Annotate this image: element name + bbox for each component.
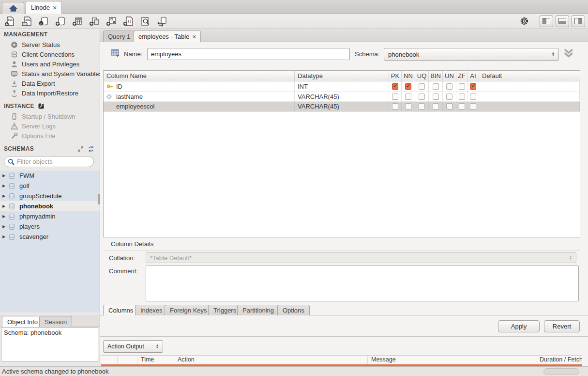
collation-select[interactable]: *Table Default* ▲▼	[146, 252, 576, 263]
schema-item-golf[interactable]: ▶ golf	[0, 181, 100, 191]
schema-select[interactable]: phonebook ▲▼	[384, 48, 559, 61]
sidebar-item-data-import[interactable]: Data Import/Restore	[0, 88, 100, 98]
schema-filter-input[interactable]	[17, 158, 87, 165]
revert-button[interactable]: Revert	[544, 320, 580, 332]
bin-checkbox[interactable]	[433, 94, 439, 100]
header-datatype[interactable]: Datatype	[295, 71, 389, 81]
nn-checkbox[interactable]	[405, 94, 411, 100]
new-schema-icon[interactable]	[54, 15, 67, 28]
data-transfer-icon[interactable]	[156, 15, 168, 28]
panel-splitter[interactable]: ∙∙∙	[100, 336, 588, 339]
sidebar-item-server-logs[interactable]: Server Logs	[0, 121, 100, 131]
refresh-schemas-icon[interactable]	[88, 146, 94, 152]
new-procedure-icon[interactable]	[105, 15, 118, 28]
tab-foreign-keys[interactable]: Foreign Keys	[165, 305, 212, 315]
pk-checkbox[interactable]	[392, 94, 398, 100]
zf-checkbox[interactable]	[459, 94, 465, 100]
uq-checkbox[interactable]	[419, 103, 425, 110]
ao-header-action[interactable]: Action	[174, 356, 368, 364]
ao-header-message[interactable]: Message	[368, 356, 536, 364]
header-un[interactable]: UN	[443, 71, 456, 81]
schema-item-players[interactable]: ▶ players	[0, 221, 100, 232]
expander-icon[interactable]: ▶	[2, 214, 7, 219]
tab-employees-table[interactable]: employees - Table ×	[134, 31, 201, 42]
database-info-icon[interactable]: i	[37, 15, 50, 28]
toggle-bottom-panel-button[interactable]	[556, 16, 569, 27]
schema-item-groupschedule[interactable]: ▶ groupSchedule	[0, 191, 100, 201]
new-sql-tab-icon[interactable]: SQL	[3, 15, 16, 28]
table-row-id[interactable]: ID INT	[104, 81, 580, 92]
apply-button[interactable]: Apply	[498, 320, 540, 332]
open-sql-script-icon[interactable]: SQL	[20, 15, 33, 28]
header-nn[interactable]: NN	[402, 71, 415, 81]
header-pk[interactable]: PK	[389, 71, 402, 81]
expander-icon[interactable]: ▶	[2, 224, 7, 229]
table-row-lastname[interactable]: lastName VARCHAR(45)	[104, 92, 580, 102]
horizontal-scrollbar-thumb[interactable]	[543, 368, 579, 375]
sidebar-item-client-connections[interactable]: Client Connections	[0, 49, 100, 59]
new-view-icon[interactable]	[88, 15, 101, 28]
expander-icon[interactable]: ▶	[2, 194, 7, 198]
tab-options[interactable]: Options	[277, 305, 310, 315]
preferences-gear-icon[interactable]	[518, 15, 530, 28]
schema-item-scavenger[interactable]: ▶ scavenger	[0, 232, 100, 242]
uq-checkbox[interactable]	[419, 94, 425, 100]
tab-triggers[interactable]: Triggers	[208, 305, 241, 315]
sidebar-item-data-export[interactable]: Data Export	[0, 78, 100, 88]
resize-grip-icon[interactable]: ∙∙∙	[582, 369, 587, 374]
zf-checkbox[interactable]	[459, 83, 465, 90]
bin-checkbox[interactable]	[433, 103, 439, 110]
comment-textarea[interactable]	[146, 266, 579, 301]
ai-checkbox[interactable]	[470, 94, 476, 100]
schemas-scrollbar[interactable]	[98, 194, 100, 204]
new-table-icon[interactable]	[71, 15, 84, 28]
schema-item-fwm[interactable]: ▶ FWM	[0, 171, 100, 181]
table-name-input[interactable]	[147, 48, 350, 60]
tab-partitioning[interactable]: Partitioning	[237, 305, 279, 315]
sidebar-item-users-privileges[interactable]: Users and Privileges	[0, 59, 100, 69]
expand-header-chevron-icon[interactable]	[563, 48, 574, 58]
header-column-name[interactable]: Column Name	[104, 71, 295, 81]
new-function-icon[interactable]: ()	[122, 15, 135, 28]
un-checkbox[interactable]	[446, 83, 452, 90]
ai-checkbox[interactable]	[470, 83, 476, 90]
table-row-employeescol[interactable]: employeescol VARCHAR(45)	[104, 102, 580, 112]
bin-checkbox[interactable]	[433, 83, 439, 90]
toggle-right-panel-button[interactable]	[572, 16, 585, 27]
un-checkbox[interactable]	[446, 94, 452, 100]
ao-header-time[interactable]: Time	[137, 356, 174, 364]
header-default[interactable]: Default	[479, 71, 580, 81]
ai-checkbox[interactable]	[470, 103, 476, 110]
connection-tab[interactable]: Linode ×	[26, 1, 62, 14]
tab-columns[interactable]: Columns	[103, 305, 138, 315]
expander-icon[interactable]: ▶	[2, 235, 7, 239]
action-output-select[interactable]: Action Output ▲▼	[103, 340, 163, 353]
expand-schemas-icon[interactable]	[77, 146, 84, 152]
tab-close-icon[interactable]: ×	[192, 34, 196, 40]
pk-checkbox[interactable]	[392, 83, 398, 90]
nn-checkbox[interactable]	[405, 103, 411, 110]
ao-header-duration[interactable]: Duration / Fetch	[536, 356, 582, 364]
header-bin[interactable]: BIN	[429, 71, 443, 81]
toggle-left-panel-button[interactable]	[540, 16, 553, 27]
sidebar-item-startup-shutdown[interactable]: Startup / Shutdown	[0, 111, 100, 121]
expander-icon[interactable]: ▶	[2, 173, 7, 178]
un-checkbox[interactable]	[446, 103, 452, 110]
zf-checkbox[interactable]	[459, 103, 465, 110]
sidebar-item-system-variables[interactable]: Status and System Variables	[0, 69, 100, 78]
sidebar-item-server-status[interactable]: Server Status	[0, 40, 100, 49]
connection-tab-close-icon[interactable]: ×	[53, 5, 57, 11]
uq-checkbox[interactable]	[419, 83, 425, 90]
home-tab[interactable]	[2, 2, 24, 14]
tab-object-info[interactable]: Object Info	[2, 316, 43, 327]
header-uq[interactable]: UQ	[415, 71, 429, 81]
tab-indexes[interactable]: Indexes	[135, 305, 168, 315]
pk-checkbox[interactable]	[392, 103, 398, 110]
expander-icon[interactable]: ▶	[2, 204, 7, 208]
sidebar-item-options-file[interactable]: Options File	[0, 131, 100, 141]
search-objects-icon[interactable]	[139, 15, 151, 28]
schema-item-phonebook[interactable]: ▶ phonebook	[0, 201, 100, 211]
schema-item-phpmyadmin[interactable]: ▶ phpmyadmin	[0, 211, 100, 221]
nn-checkbox[interactable]	[405, 83, 411, 90]
tab-session[interactable]: Session	[39, 316, 72, 327]
